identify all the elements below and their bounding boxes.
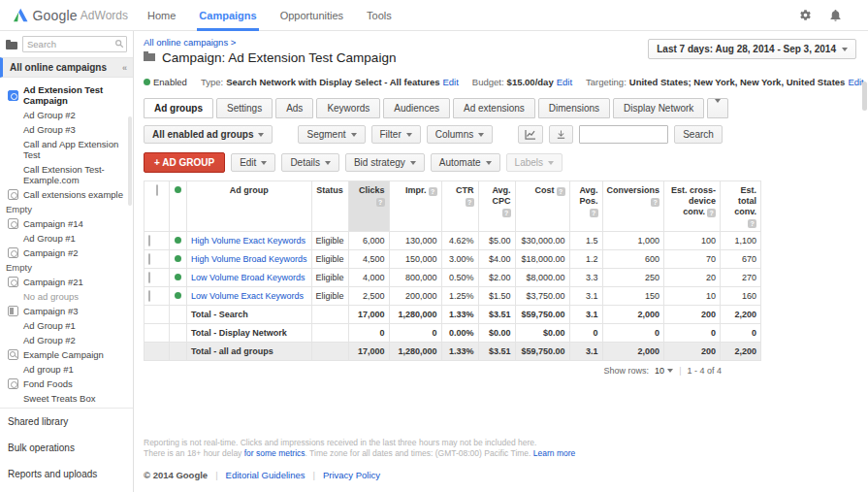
segment-dropdown[interactable]: Segment: [298, 125, 365, 144]
date-range-selector[interactable]: Last 7 days: Aug 28, 2014 - Sep 3, 2014: [648, 39, 856, 59]
column-header-cost[interactable]: Cost?: [515, 181, 569, 232]
tab-ad-groups[interactable]: Ad groups: [144, 98, 213, 118]
table-search-input[interactable]: [579, 125, 668, 144]
sidebar-item-fond-foods[interactable]: Fond Foods: [0, 377, 133, 391]
sidebar-item-ad-group-1[interactable]: Ad Group #1: [0, 231, 133, 246]
help-icon[interactable]: ?: [466, 198, 474, 207]
ad-group-link[interactable]: Low Volume Exact Keywords: [191, 291, 304, 301]
editorial-guidelines-link[interactable]: Editorial Guidelines: [226, 470, 305, 480]
sidebar-item-ad-group-2[interactable]: Ad Group #2: [0, 333, 133, 347]
tab-ad-extensions[interactable]: Ad extensions: [453, 98, 535, 118]
nav-item-campaigns[interactable]: Campaigns: [187, 0, 268, 31]
sidebar-item-ad-group-1[interactable]: Ad group #1: [0, 362, 133, 377]
sidebar-item-campaign-2[interactable]: Campaign #2: [0, 246, 133, 260]
sidebar-item-empty[interactable]: Empty: [0, 202, 133, 216]
enabled-status-icon[interactable]: [175, 274, 181, 280]
edit-budget-link[interactable]: Edit: [557, 77, 572, 87]
page-scrollbar[interactable]: [862, 82, 867, 111]
sidebar-item-call-and-app-extension-test[interactable]: Call and App Extension Test: [0, 137, 133, 162]
tab-dimensions[interactable]: Dimensions: [538, 98, 610, 118]
row-checkbox[interactable]: [148, 235, 150, 246]
tab-more-dropdown[interactable]: [707, 98, 728, 118]
sidebar-item-campaign-14[interactable]: Campaign #14: [0, 216, 133, 231]
sidebar-header-all-online-campaigns[interactable]: All online campaigns «: [0, 57, 133, 78]
sidebar-item-call-extension-test-example-com[interactable]: Call Extension Test-Example.com: [0, 162, 133, 187]
collapse-sidebar-icon[interactable]: «: [122, 63, 127, 73]
column-header-est-cross-device-conv[interactable]: Est. cross-device conv.?: [664, 181, 721, 232]
tab-keywords[interactable]: Keywords: [316, 98, 380, 118]
row-checkbox[interactable]: [148, 253, 150, 265]
notification-bell-icon[interactable]: [828, 8, 843, 22]
help-icon[interactable]: ?: [557, 187, 565, 196]
tab-settings[interactable]: Settings: [216, 98, 273, 118]
sidebar-item-ad-group-3[interactable]: Ad Group #3: [0, 122, 133, 137]
sidebar-item-call-extensions-example[interactable]: Call extensions example: [0, 187, 133, 202]
edit-button[interactable]: Edit: [231, 153, 275, 172]
some-metrics-link[interactable]: for some metrics: [244, 448, 305, 458]
tab-display-network[interactable]: Display Network: [613, 98, 704, 118]
column-header-avg-pos[interactable]: Avg. Pos.?: [569, 181, 602, 232]
learn-more-link[interactable]: Learn more: [533, 448, 575, 458]
show-rows-select[interactable]: 10: [655, 366, 673, 376]
bid-strategy-button[interactable]: Bid strategy: [345, 153, 425, 172]
sidebar-item-ad-group-1[interactable]: Ad Group #1: [0, 318, 133, 333]
sidebar-section-bulk-operations[interactable]: Bulk operations: [0, 435, 133, 461]
row-checkbox[interactable]: [148, 272, 150, 283]
download-button[interactable]: [549, 125, 573, 144]
sidebar-item-ad-group-2[interactable]: Ad Group #2: [0, 108, 133, 122]
nav-item-opportunities[interactable]: Opportunities: [269, 0, 355, 31]
column-header-conversions[interactable]: Conversions?: [602, 181, 664, 232]
sidebar-item-sweet-treats-box[interactable]: Sweet Treats Box: [0, 391, 133, 406]
sidebar-item-campaign-3[interactable]: Campaign #3: [0, 304, 133, 318]
column-header-ctr[interactable]: CTR?: [441, 181, 478, 232]
ad-group-link[interactable]: Low Volume Broad Keywords: [191, 273, 305, 282]
nav-item-tools[interactable]: Tools: [355, 0, 403, 31]
ad-group-link[interactable]: High Volume Exact Keywords: [191, 236, 305, 246]
help-icon[interactable]: ?: [376, 198, 385, 207]
sidebar-item-empty[interactable]: Empty: [0, 260, 133, 275]
help-icon[interactable]: ?: [429, 187, 437, 196]
help-icon[interactable]: ?: [502, 209, 511, 217]
sidebar-section-reports-and-uploads[interactable]: Reports and uploads: [0, 461, 133, 487]
select-all-checkbox[interactable]: [156, 184, 158, 196]
sidebar-search-input[interactable]: [22, 36, 127, 52]
sidebar-item-no-ad-groups[interactable]: No ad groups: [0, 289, 133, 304]
scope-dropdown[interactable]: All enabled ad groups: [144, 125, 273, 144]
help-icon[interactable]: ?: [707, 209, 716, 217]
help-icon[interactable]: ?: [590, 209, 598, 217]
column-header-status[interactable]: Status: [311, 181, 348, 232]
row-checkbox[interactable]: [148, 290, 150, 302]
enabled-status-icon[interactable]: [175, 237, 181, 244]
help-icon[interactable]: ?: [651, 198, 659, 207]
sidebar-section-labels[interactable]: Labels: [0, 487, 133, 492]
sidebar-section-shared-library[interactable]: Shared library: [0, 409, 133, 435]
privacy-policy-link[interactable]: Privacy Policy: [323, 470, 380, 480]
sidebar-item-ad-extension-test-campaign[interactable]: Ad Extension Test Campaign: [0, 82, 133, 108]
ad-group-link[interactable]: High Volume Broad Keywords: [191, 254, 307, 264]
sidebar-item-campaign-21[interactable]: Campaign #21: [0, 275, 133, 289]
add-ad-group-button[interactable]: + AD GROUP: [144, 152, 225, 173]
edit-type-link[interactable]: Edit: [442, 77, 458, 87]
enabled-status-icon[interactable]: [175, 292, 181, 299]
tab-ads[interactable]: Ads: [275, 98, 313, 118]
nav-item-home[interactable]: Home: [136, 0, 187, 31]
column-header-clicks[interactable]: Clicks?: [348, 181, 389, 232]
column-header-impr[interactable]: Impr.?: [389, 181, 441, 232]
sidebar-item-example-campaign[interactable]: Example Campaign: [0, 347, 133, 362]
enabled-status-icon[interactable]: [175, 255, 181, 262]
automate-button[interactable]: Automate: [431, 153, 500, 172]
gear-icon[interactable]: [798, 8, 813, 22]
help-icon[interactable]: ?: [748, 219, 756, 228]
column-header-ad-group[interactable]: Ad group: [187, 181, 312, 232]
filter-dropdown[interactable]: Filter: [371, 125, 421, 144]
cell-impr: 800,000: [389, 269, 441, 287]
details-button[interactable]: Details: [281, 153, 339, 172]
column-header-est-total-conv[interactable]: Est. total conv.?: [721, 181, 761, 232]
tab-audiences[interactable]: Audiences: [383, 98, 450, 118]
columns-dropdown[interactable]: Columns: [427, 125, 493, 144]
chart-button[interactable]: [518, 125, 543, 144]
table-search-button[interactable]: Search: [674, 125, 723, 144]
sidebar-scrollbar[interactable]: [128, 116, 132, 206]
status-dot-icon[interactable]: [175, 186, 181, 193]
column-header-avg-cpc[interactable]: Avg. CPC?: [478, 181, 515, 232]
